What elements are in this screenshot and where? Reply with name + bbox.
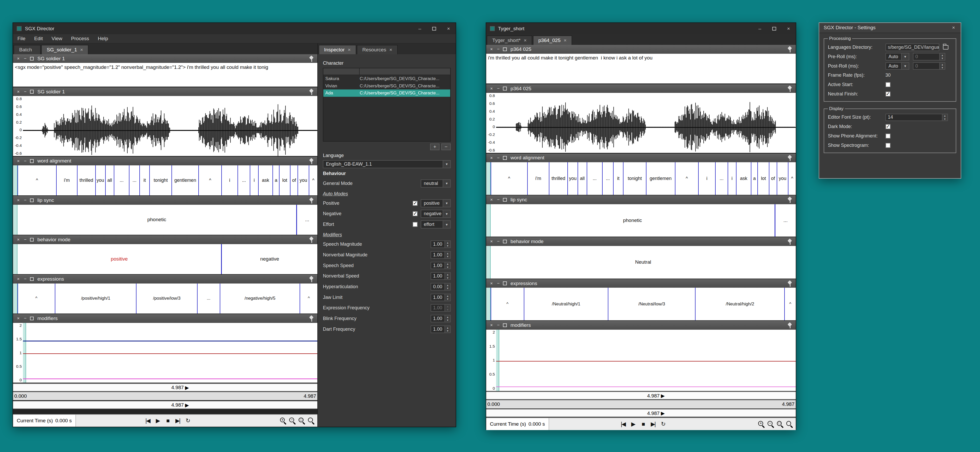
panel-collapse-icon[interactable]: − xyxy=(496,84,501,93)
zoom-selection-button[interactable]: □ xyxy=(776,420,784,428)
auto-mode-dropdown[interactable]: negative ▾ xyxy=(421,210,451,218)
stop-button[interactable]: ■ xyxy=(639,420,647,428)
word-cell[interactable]: lot xyxy=(279,165,290,195)
pin-icon[interactable] xyxy=(788,322,792,328)
panel-float-icon[interactable] xyxy=(503,156,507,160)
waveform-plot[interactable] xyxy=(23,96,317,156)
tab-close-icon[interactable]: × xyxy=(390,47,392,53)
play-button[interactable]: ▶ xyxy=(629,420,637,428)
panel-collapse-icon[interactable]: − xyxy=(23,157,27,166)
timeline-range[interactable]: 0.000 4.987 xyxy=(13,392,317,400)
close-button[interactable]: × xyxy=(781,23,796,34)
panel-collapse-icon[interactable]: − xyxy=(23,87,27,96)
character-row[interactable]: Sakura C:/Users/berge/SG_DEV/SG_Characte… xyxy=(323,75,450,82)
play-button[interactable]: ▶ xyxy=(154,417,162,425)
modifiers-plot[interactable] xyxy=(23,323,317,383)
panel-collapse-icon[interactable]: − xyxy=(23,196,27,205)
zoom-selection-button[interactable]: □ xyxy=(298,417,305,425)
pin-icon[interactable] xyxy=(788,238,792,245)
expression-cell[interactable]: ^ xyxy=(300,284,317,314)
pin-icon[interactable] xyxy=(788,46,792,52)
word-cell[interactable]: i xyxy=(728,162,736,195)
spinner-arrows[interactable]: ▴▾ xyxy=(939,63,945,70)
sgx-text-editor[interactable]: <sgx mode="positive" speech_magnitude="1… xyxy=(13,63,317,87)
panel-collapse-icon[interactable]: − xyxy=(496,279,501,288)
panel-close-icon[interactable]: × xyxy=(16,87,21,96)
word-cell[interactable]: ^ xyxy=(309,165,317,195)
skip-end-button[interactable]: ▶| xyxy=(649,420,657,428)
language-dropdown[interactable]: English_GB-EAW_1.1 ▾ xyxy=(323,160,451,168)
panel-collapse-icon[interactable]: − xyxy=(23,54,27,63)
expression-cell[interactable]: /Neutral/low/3 xyxy=(608,288,695,320)
pin-icon[interactable] xyxy=(309,197,314,203)
preroll-mode-dropdown[interactable]: Auto ▾ xyxy=(886,53,909,60)
panel-collapse-icon[interactable]: − xyxy=(23,235,27,244)
zoom-in-button[interactable]: + xyxy=(758,420,765,428)
postroll-mode-dropdown[interactable]: Auto ▾ xyxy=(886,62,909,70)
tab-close-icon[interactable]: × xyxy=(564,38,566,43)
document-tab[interactable]: Tyger_short* × xyxy=(487,35,532,45)
add-character-button[interactable]: + xyxy=(430,143,439,150)
titlebar[interactable]: SGX Director – × xyxy=(13,23,456,34)
browse-folder-button[interactable] xyxy=(941,44,950,51)
panel-collapse-icon[interactable]: − xyxy=(23,274,27,284)
menu-item[interactable]: Edit xyxy=(30,36,47,41)
skip-start-button[interactable]: |◀ xyxy=(619,420,627,428)
panel-collapse-icon[interactable]: − xyxy=(496,195,501,204)
panel-float-icon[interactable] xyxy=(503,198,507,201)
word-cell[interactable]: gentlemen xyxy=(646,162,675,195)
auto-mode-dropdown[interactable]: effort ▾ xyxy=(421,220,451,228)
tab-close-icon[interactable]: × xyxy=(348,47,350,53)
modifier-spinbox[interactable]: 1.00 ▴▾ xyxy=(431,315,451,322)
lip-sync-segment[interactable]: phonetic xyxy=(18,205,296,235)
panel-float-icon[interactable] xyxy=(503,87,507,90)
spinner-arrows[interactable]: ▴▾ xyxy=(942,114,948,121)
active-start-checkbox[interactable] xyxy=(886,82,891,87)
auto-mode-checkbox[interactable] xyxy=(413,211,418,216)
maximize-button[interactable] xyxy=(427,23,441,34)
font-size-spinbox[interactable]: 14 ▴▾ xyxy=(886,114,948,121)
word-cell[interactable]: ^ xyxy=(198,165,221,195)
word-cell[interactable]: i'm xyxy=(56,165,77,195)
word-cell[interactable]: you xyxy=(567,162,578,195)
panel-float-icon[interactable] xyxy=(503,281,507,285)
modifier-spinbox[interactable]: 1.00 ▴▾ xyxy=(431,304,451,312)
word-cell[interactable]: ... xyxy=(715,162,728,195)
inspector-tab[interactable]: Resources × xyxy=(357,45,398,54)
word-cell[interactable]: ^ xyxy=(675,162,698,195)
modifier-spinbox[interactable]: 1.00 ▴▾ xyxy=(431,262,451,270)
document-tab[interactable]: SG_soldier_1 × xyxy=(41,45,89,54)
zoom-fit-button[interactable] xyxy=(786,420,793,428)
word-cell[interactable]: all xyxy=(105,165,114,195)
spinner-arrows[interactable]: ▴▾ xyxy=(444,315,450,322)
dark-mode-checkbox[interactable] xyxy=(886,124,891,129)
panel-collapse-icon[interactable]: − xyxy=(496,154,501,162)
word-cell[interactable]: all xyxy=(578,162,586,195)
expression-cell[interactable]: /Neutral/high/1 xyxy=(524,288,608,320)
modifier-spinbox[interactable]: 1.00 ▴▾ xyxy=(431,272,451,280)
word-cell[interactable]: ^ xyxy=(18,165,56,195)
character-table[interactable]: Sakura C:/Users/berge/SG_DEV/SG_Characte… xyxy=(323,68,451,142)
lip-sync-segment[interactable]: phonetic xyxy=(491,204,775,237)
modifier-spinbox[interactable]: 1.00 ▴▾ xyxy=(431,241,451,248)
timeline-range[interactable]: 0.000 4.987 xyxy=(486,400,796,408)
word-cell[interactable]: gentlemen xyxy=(172,165,198,195)
menu-item[interactable]: View xyxy=(47,36,67,41)
auto-mode-checkbox[interactable] xyxy=(413,222,418,227)
playhead-marker-icon[interactable]: ▶ xyxy=(185,385,189,390)
word-cell[interactable]: of xyxy=(290,165,298,195)
spinner-arrows[interactable]: ▴▾ xyxy=(444,284,450,290)
word-cell[interactable]: i xyxy=(250,165,258,195)
modifier-spinbox[interactable]: 1.00 ▴▾ xyxy=(431,294,451,301)
panel-collapse-icon[interactable]: − xyxy=(496,45,501,54)
word-cell[interactable]: a xyxy=(272,165,279,195)
panel-float-icon[interactable] xyxy=(30,238,33,241)
sgx-text-editor[interactable]: i'm thrilled you all could make it tonig… xyxy=(486,54,796,84)
neutral-finish-checkbox[interactable] xyxy=(886,92,891,97)
framerate-value[interactable]: 30 xyxy=(886,73,891,78)
timeline-zoom-slider-top[interactable]: 4.987▶ xyxy=(13,384,317,392)
word-cell[interactable]: it xyxy=(139,165,149,195)
panel-close-icon[interactable]: × xyxy=(16,54,21,63)
remove-character-button[interactable]: − xyxy=(441,143,451,150)
pin-icon[interactable] xyxy=(309,56,314,62)
